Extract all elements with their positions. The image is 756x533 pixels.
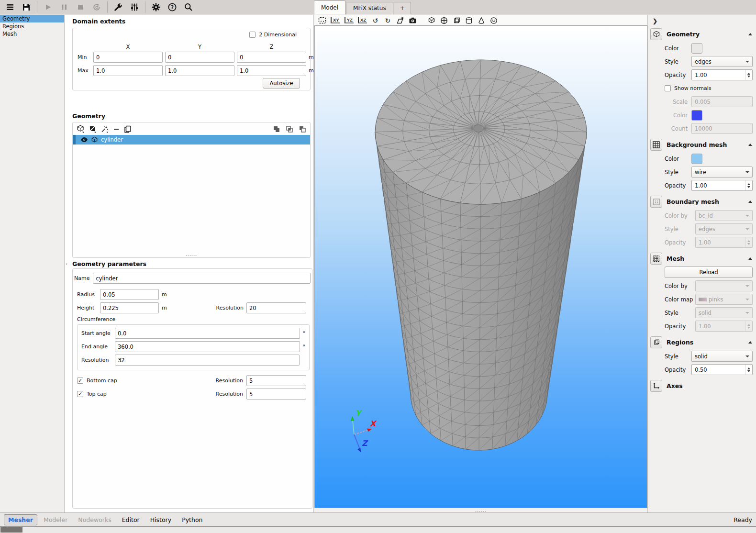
zmin-field[interactable]: [237, 52, 306, 63]
stepper-arrows-icon[interactable]: [745, 70, 752, 80]
name-field[interactable]: [93, 273, 311, 284]
background-mesh-opacity-stepper[interactable]: 1.00: [691, 180, 753, 191]
build-mesh-button[interactable]: [110, 0, 126, 14]
start-angle-unit: °: [303, 330, 306, 336]
menu-button[interactable]: [2, 0, 18, 14]
sidebar-item-geometry[interactable]: Geometry: [0, 15, 64, 22]
splitter-handle[interactable]: [186, 255, 197, 256]
geometry-opacity-stepper[interactable]: 1.00: [691, 69, 753, 80]
autosize-button[interactable]: Autosize: [263, 78, 300, 89]
mode-mesher-button[interactable]: Mesher: [4, 514, 37, 525]
regions-opacity-stepper[interactable]: 0.50: [691, 364, 753, 375]
collapse-arrow-icon[interactable]: [748, 33, 752, 35]
view-xz-button[interactable]: XZ: [358, 16, 367, 24]
chevron-down-icon: [745, 355, 749, 357]
two-dimensional-checkbox[interactable]: [249, 32, 256, 38]
settings-button[interactable]: [148, 0, 164, 14]
view-xy-button[interactable]: XY: [331, 16, 340, 24]
union-button[interactable]: [273, 125, 280, 133]
geometry-section-button[interactable]: [650, 28, 662, 40]
boundary-mesh-section-button[interactable]: [650, 196, 662, 208]
tab-add[interactable]: +: [394, 2, 411, 14]
wand-button[interactable]: [101, 125, 109, 133]
tab-mfix-status[interactable]: MFiX status: [346, 2, 393, 14]
mesh-section-button[interactable]: [650, 253, 662, 265]
reset-view-button[interactable]: [318, 16, 326, 24]
visibility-eye-icon[interactable]: [80, 137, 88, 143]
boundary-mesh-style-label: Style: [665, 226, 695, 233]
toggle-cone-button[interactable]: [478, 16, 486, 24]
mode-history-button[interactable]: History: [146, 514, 176, 525]
show-normals-checkbox[interactable]: [665, 85, 671, 91]
intersect-button[interactable]: [286, 125, 293, 133]
mode-editor-button[interactable]: Editor: [118, 514, 144, 525]
background-mesh-color-swatch[interactable]: [691, 154, 702, 164]
collapse-arrow-icon[interactable]: [748, 341, 752, 344]
add-geometry-button[interactable]: [77, 125, 85, 133]
column-x-label: X: [93, 44, 163, 50]
collapse-arrow-icon[interactable]: [748, 257, 752, 260]
name-label: Name: [74, 275, 89, 281]
remove-geometry-button[interactable]: [113, 126, 120, 133]
pause-button[interactable]: [56, 0, 72, 14]
reload-mesh-button[interactable]: Reload: [665, 266, 753, 278]
run-button[interactable]: [40, 0, 56, 14]
perspective-button[interactable]: [396, 16, 404, 24]
render-canvas[interactable]: Y X Z: [314, 25, 647, 508]
sidebar-item-mesh[interactable]: Mesh: [0, 30, 64, 38]
axes-section-button[interactable]: [650, 380, 662, 392]
toggle-cylinder-button[interactable]: [465, 16, 473, 24]
background-mesh-section-button[interactable]: [650, 139, 662, 151]
collapse-arrow-icon[interactable]: [748, 200, 752, 203]
visibility-menu-button[interactable]: [490, 16, 498, 24]
rotate-left-button[interactable]: ↺: [371, 16, 379, 24]
height-field[interactable]: [100, 302, 159, 313]
circumference-resolution-field[interactable]: [115, 355, 300, 366]
save-button[interactable]: [18, 0, 34, 14]
radius-field[interactable]: [100, 289, 159, 300]
ymin-field[interactable]: [165, 52, 234, 63]
difference-button[interactable]: [299, 125, 306, 133]
geometry-list-item-cylinder[interactable]: cylinder: [73, 135, 310, 144]
stepper-arrows-icon[interactable]: [745, 365, 752, 375]
xmin-field[interactable]: [93, 52, 163, 63]
geometry-color-swatch[interactable]: [691, 43, 702, 54]
xmax-field[interactable]: [93, 65, 163, 76]
tab-model[interactable]: Model: [314, 0, 345, 14]
panel-collapse-button[interactable]: ❯: [653, 18, 657, 24]
reset-button[interactable]: [89, 0, 105, 14]
start-angle-field[interactable]: [115, 328, 300, 339]
rotate-right-button[interactable]: ↻: [384, 16, 392, 24]
help-button[interactable]: ?: [164, 0, 180, 14]
end-angle-field[interactable]: [115, 341, 300, 352]
viewport-splitter-handle[interactable]: [476, 511, 487, 512]
toggle-regions-button[interactable]: [440, 16, 448, 24]
add-filter-button[interactable]: [89, 125, 97, 133]
toggle-cube-button[interactable]: [453, 16, 461, 24]
simulation-parameters-button[interactable]: [126, 0, 143, 14]
zmax-field[interactable]: [237, 65, 306, 76]
mesh-color-map-select: pinks: [695, 294, 753, 305]
regions-style-select[interactable]: solid: [691, 351, 753, 362]
view-yz-button[interactable]: YZ: [345, 16, 354, 24]
ymax-field[interactable]: [165, 65, 234, 76]
copy-geometry-button[interactable]: [124, 125, 132, 133]
background-mesh-style-select[interactable]: wire: [691, 167, 753, 178]
mode-python-button[interactable]: Python: [178, 514, 207, 525]
geometry-style-select[interactable]: edges: [691, 56, 753, 67]
stop-button[interactable]: [72, 0, 89, 14]
stepper-arrows-icon[interactable]: [745, 180, 752, 190]
bottom-cap-resolution-field[interactable]: [246, 375, 306, 386]
search-button[interactable]: [180, 0, 197, 14]
collapse-chevron[interactable]: ‹: [66, 261, 67, 266]
stop-icon: [76, 2, 85, 12]
top-cap-resolution-field[interactable]: [246, 389, 306, 400]
toggle-geometry-button[interactable]: [428, 16, 436, 24]
bottom-cap-checkbox[interactable]: [77, 378, 83, 384]
regions-section-button[interactable]: [650, 336, 662, 348]
top-cap-checkbox[interactable]: [77, 391, 83, 397]
collapse-arrow-icon[interactable]: [748, 144, 752, 146]
height-resolution-field[interactable]: [246, 302, 306, 313]
screenshot-button[interactable]: [409, 16, 417, 24]
sidebar-item-regions[interactable]: Regions: [0, 22, 64, 30]
